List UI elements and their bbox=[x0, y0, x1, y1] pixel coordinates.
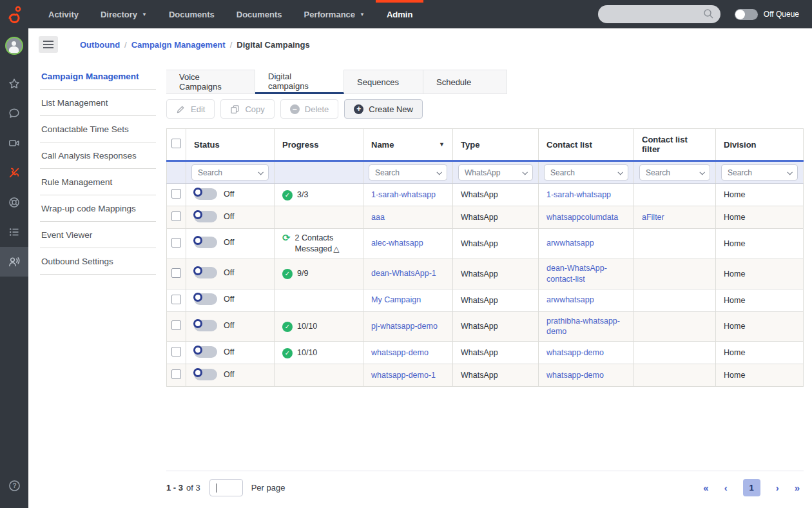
status-toggle[interactable] bbox=[194, 237, 217, 248]
last-page-button[interactable]: » bbox=[795, 482, 800, 493]
column-header-division[interactable]: Division bbox=[716, 129, 804, 161]
contact-list-link[interactable]: arwwhatsapp bbox=[546, 239, 594, 248]
current-page-button[interactable]: 1 bbox=[743, 479, 760, 496]
campaign-name-link[interactable]: My Campaign bbox=[371, 295, 421, 304]
breadcrumb-link-campaign-management[interactable]: Campaign Management bbox=[131, 40, 226, 50]
off-queue-toggle[interactable] bbox=[735, 9, 758, 20]
campaign-name-link[interactable]: pj-whatsapp-demo bbox=[371, 322, 438, 331]
edit-button[interactable]: Edit bbox=[166, 99, 215, 119]
chat-icon[interactable] bbox=[0, 99, 28, 128]
side-nav-item[interactable]: Outbound Settings bbox=[40, 248, 156, 275]
side-nav-item[interactable]: Wrap-up code Mappings bbox=[40, 195, 156, 222]
sync-icon: ⟳ bbox=[282, 233, 291, 244]
create-new-button[interactable]: + Create New bbox=[344, 99, 423, 119]
primary-nav-item[interactable]: Performance ▼ bbox=[293, 0, 376, 28]
status-toggle[interactable] bbox=[194, 267, 217, 278]
people-speaking-icon[interactable] bbox=[0, 247, 28, 277]
primary-nav-item[interactable]: Activity bbox=[37, 0, 90, 28]
contact-list-link[interactable]: whatsapp-demo bbox=[546, 348, 604, 357]
contact-list-link[interactable]: 1-sarah-whatsapp bbox=[546, 190, 611, 199]
status-toggle[interactable] bbox=[194, 211, 217, 222]
primary-nav-item[interactable]: Documents bbox=[226, 0, 293, 28]
column-header-status[interactable]: Status bbox=[186, 129, 275, 161]
row-checkbox[interactable] bbox=[171, 295, 181, 304]
genesys-logo[interactable] bbox=[0, 0, 28, 28]
prev-page-button[interactable]: ‹ bbox=[724, 482, 728, 493]
first-page-button[interactable]: « bbox=[703, 482, 708, 493]
side-nav-item[interactable]: Call Analysis Responses bbox=[40, 142, 156, 169]
campaign-name-link[interactable]: aaa bbox=[371, 213, 385, 222]
list-icon[interactable] bbox=[0, 217, 28, 247]
primary-nav-item[interactable]: Documents bbox=[158, 0, 226, 28]
column-header-contact-list[interactable]: Contact list bbox=[539, 129, 634, 161]
tab-item[interactable]: Voice Campaigns bbox=[166, 70, 255, 94]
division-filter-select[interactable]: Search bbox=[721, 164, 798, 181]
tab-item[interactable]: Digital campaigns bbox=[255, 70, 344, 94]
table-row: Off whatsapp- bbox=[167, 364, 804, 387]
campaign-name-link[interactable]: alec-whatsapp bbox=[371, 239, 423, 248]
admin-side-nav: Campaign Management List Management Cont… bbox=[28, 61, 166, 508]
contact-list-link[interactable]: dean-WhatsApp-contact-list bbox=[546, 264, 607, 284]
row-checkbox[interactable] bbox=[171, 211, 181, 221]
row-checkbox[interactable] bbox=[171, 320, 181, 330]
global-search-input[interactable] bbox=[598, 5, 720, 23]
menu-hamburger-icon[interactable] bbox=[39, 36, 58, 53]
status-toggle[interactable] bbox=[194, 320, 217, 331]
side-nav-item[interactable]: List Management bbox=[40, 90, 156, 116]
column-header-type[interactable]: Type bbox=[453, 129, 539, 161]
column-header-progress[interactable]: Progress bbox=[275, 129, 363, 161]
contact-list-filter-filter-select[interactable]: Search bbox=[639, 164, 710, 181]
status-toggle[interactable] bbox=[194, 346, 217, 358]
video-icon[interactable] bbox=[0, 128, 28, 158]
side-nav-item[interactable]: Contactable Time Sets bbox=[40, 116, 156, 142]
column-header-contact-list-filter[interactable]: Contact list filter bbox=[634, 129, 716, 161]
primary-nav-item[interactable]: Admin bbox=[376, 0, 423, 28]
type-cell: WhatsApp bbox=[461, 190, 498, 199]
breadcrumb-link-outbound[interactable]: Outbound bbox=[80, 40, 120, 50]
user-avatar[interactable] bbox=[5, 37, 23, 55]
contact-list-link[interactable]: whatsapp-demo bbox=[546, 371, 604, 380]
delete-button[interactable]: – Delete bbox=[280, 99, 339, 119]
row-checkbox[interactable] bbox=[171, 369, 181, 379]
sort-desc-icon[interactable]: ▼ bbox=[439, 141, 445, 148]
column-header-name[interactable]: Name ▼ bbox=[363, 129, 453, 161]
status-filter-select[interactable]: Search bbox=[191, 164, 269, 181]
campaign-name-link[interactable]: 1-sarah-whatsapp bbox=[371, 190, 436, 199]
tab-item[interactable]: Schedule bbox=[423, 70, 507, 94]
tab-item[interactable]: Sequences bbox=[344, 70, 423, 94]
chevron-down-icon bbox=[522, 170, 527, 175]
primary-nav-item[interactable]: Directory ▼ bbox=[90, 0, 158, 28]
row-checkbox[interactable] bbox=[171, 268, 181, 278]
favorites-star-icon[interactable] bbox=[0, 69, 28, 99]
copy-button[interactable]: Copy bbox=[220, 99, 274, 119]
help-icon[interactable]: ? bbox=[0, 471, 28, 500]
contact-list-link[interactable]: prathibha-whatsapp-demo bbox=[546, 317, 620, 337]
campaign-name-link[interactable]: whatsapp-demo-1 bbox=[371, 371, 436, 380]
row-checkbox[interactable] bbox=[171, 347, 181, 357]
campaign-name-link[interactable]: whatsapp-demo bbox=[371, 348, 429, 357]
phone-disabled-icon[interactable] bbox=[0, 158, 28, 188]
select-all-checkbox[interactable] bbox=[171, 139, 181, 148]
campaign-name-link[interactable]: dean-WhatsApp-1 bbox=[371, 269, 436, 278]
support-ring-icon[interactable] bbox=[0, 188, 28, 217]
contact-list-filter-link[interactable]: aFilter bbox=[642, 213, 664, 222]
status-toggle[interactable] bbox=[194, 293, 217, 305]
progress-text: 10/10 bbox=[297, 347, 317, 358]
primary-nav-label: Admin bbox=[387, 10, 412, 19]
next-page-button[interactable]: › bbox=[776, 482, 779, 493]
row-checkbox[interactable] bbox=[171, 238, 181, 248]
side-nav-item[interactable]: Event Viewer bbox=[40, 222, 156, 248]
status-label: Off bbox=[224, 370, 234, 379]
side-nav-item[interactable]: Campaign Management bbox=[40, 63, 156, 90]
warning-triangle-icon: △ bbox=[333, 244, 339, 253]
name-filter-select[interactable]: Search bbox=[369, 164, 447, 181]
status-toggle[interactable] bbox=[194, 188, 217, 200]
row-checkbox[interactable] bbox=[171, 189, 181, 199]
contact-list-link[interactable]: arwwhatsapp bbox=[546, 295, 594, 304]
per-page-input[interactable] bbox=[209, 479, 243, 496]
status-toggle[interactable] bbox=[194, 369, 217, 380]
contact-list-filter-select[interactable]: Search bbox=[544, 164, 628, 181]
contact-list-link[interactable]: whatsappcolumdata bbox=[546, 213, 618, 222]
side-nav-item[interactable]: Rule Management bbox=[40, 169, 156, 195]
type-filter-select[interactable]: WhatsApp bbox=[458, 164, 533, 181]
